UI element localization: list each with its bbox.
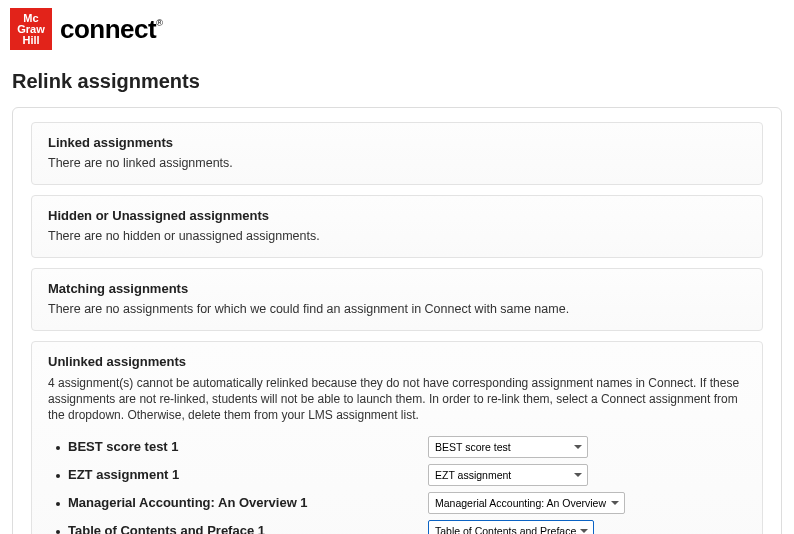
hidden-header: Hidden or Unassigned assignments (48, 208, 746, 223)
assignment-row: EZT assignment 1 EZT assignment (48, 464, 746, 486)
unlinked-assignments-section: Unlinked assignments 4 assignment(s) can… (31, 341, 763, 534)
logo-line-2: Graw (17, 24, 45, 35)
assignment-label: Managerial Accounting: An Overview 1 (48, 495, 428, 510)
bullet-icon (56, 502, 60, 506)
assignment-label: BEST score test 1 (48, 439, 428, 454)
page-title: Relink assignments (0, 54, 794, 107)
connect-logo: connect® (60, 14, 162, 45)
unlinked-help: 4 assignment(s) cannot be automatically … (48, 375, 746, 424)
matching-assignments-section: Matching assignments There are no assign… (31, 268, 763, 331)
assignment-row: Managerial Accounting: An Overview 1 Man… (48, 492, 746, 514)
linked-assignments-section: Linked assignments There are no linked a… (31, 122, 763, 185)
hidden-assignments-section: Hidden or Unassigned assignments There a… (31, 195, 763, 258)
connect-text: connect (60, 14, 156, 44)
registered-icon: ® (156, 18, 162, 28)
relink-panel: Linked assignments There are no linked a… (12, 107, 782, 534)
assignment-label: EZT assignment 1 (48, 467, 428, 482)
linked-header: Linked assignments (48, 135, 746, 150)
assignment-select-toc-preface[interactable]: Table of Contents and Preface (428, 520, 594, 534)
app-header: Mc Graw Hill connect® (0, 0, 794, 54)
assignment-select-managerial[interactable]: Managerial Accounting: An Overview (428, 492, 625, 514)
assignment-label: Table of Contents and Preface 1 (48, 523, 428, 534)
logo-line-3: Hill (22, 35, 39, 46)
logo-line-1: Mc (23, 13, 38, 24)
unlinked-header: Unlinked assignments (48, 354, 746, 369)
linked-body: There are no linked assignments. (48, 156, 746, 170)
hidden-body: There are no hidden or unassigned assign… (48, 229, 746, 243)
assignment-select-best-score[interactable]: BEST score test (428, 436, 588, 458)
mcgraw-hill-logo: Mc Graw Hill (10, 8, 52, 50)
main-content: Linked assignments There are no linked a… (0, 107, 794, 534)
assignment-select-ezt[interactable]: EZT assignment (428, 464, 588, 486)
assignment-row: BEST score test 1 BEST score test (48, 436, 746, 458)
assignment-row: Table of Contents and Preface 1 Table of… (48, 520, 746, 534)
bullet-icon (56, 446, 60, 450)
bullet-icon (56, 530, 60, 534)
matching-body: There are no assignments for which we co… (48, 302, 746, 316)
matching-header: Matching assignments (48, 281, 746, 296)
bullet-icon (56, 474, 60, 478)
